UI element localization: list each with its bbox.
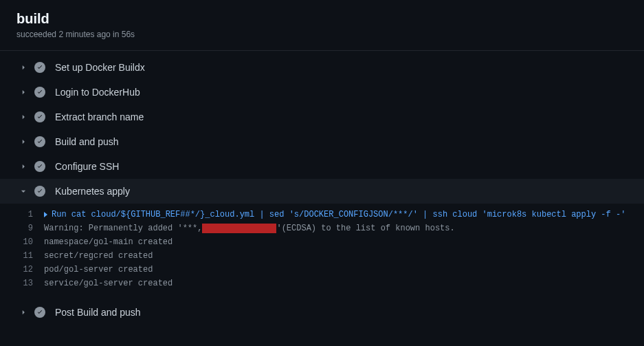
redacted-block: [202, 224, 276, 233]
chevron-right-icon: [18, 62, 29, 73]
log-line[interactable]: 1 Run cat cloud/${GITHUB_REF##*/}_cloud.…: [11, 208, 644, 221]
check-circle-icon: [34, 111, 45, 122]
log-line-content: secret/regcred created: [44, 249, 153, 263]
log-line-content: pod/gol-server created: [44, 263, 153, 277]
steps-list: Set up Docker Buildx Login to DockerHub …: [0, 51, 644, 325]
chevron-right-icon: [18, 307, 29, 318]
chevron-right-icon: [18, 87, 29, 98]
check-circle-icon: [34, 136, 45, 147]
step-kubernetes-apply[interactable]: Kubernetes apply: [0, 179, 644, 204]
step-login-to-dockerhub[interactable]: Login to DockerHub: [0, 80, 644, 105]
step-label: Configure SSH: [55, 161, 119, 172]
log-line-number: 1: [16, 208, 44, 221]
log-line[interactable]: 9 Warning: Permanently added '***,'(ECDS…: [11, 221, 644, 235]
step-label: Post Build and push: [55, 307, 141, 318]
log-line-content: Run cat cloud/${GITHUB_REF##*/}_cloud.ym…: [44, 208, 625, 221]
log-line-number: 11: [16, 249, 44, 263]
check-circle-icon: [34, 87, 45, 98]
step-build-and-push[interactable]: Build and push: [0, 129, 644, 154]
step-post-build-and-push[interactable]: Post Build and push: [0, 300, 644, 325]
log-line[interactable]: 13 service/gol-server created: [11, 277, 644, 290]
log-line-content: service/gol-server created: [44, 277, 173, 290]
log-line-number: 13: [16, 277, 44, 290]
log-line-number: 10: [16, 235, 44, 249]
check-circle-icon: [34, 161, 45, 172]
disclosure-triangle-icon: [44, 212, 47, 217]
step-label: Set up Docker Buildx: [55, 62, 145, 73]
check-circle-icon: [34, 62, 45, 73]
log-line-number: 9: [16, 221, 44, 235]
log-line-content: Warning: Permanently added '***,'(ECDSA)…: [44, 221, 455, 235]
chevron-right-icon: [18, 136, 29, 147]
log-output: 1 Run cat cloud/${GITHUB_REF##*/}_cloud.…: [11, 204, 644, 300]
job-header: build succeeded 2 minutes ago in 56s: [0, 0, 644, 51]
chevron-right-icon: [18, 161, 29, 172]
job-title: build: [16, 11, 628, 27]
step-extract-branch-name[interactable]: Extract branch name: [0, 105, 644, 129]
log-line[interactable]: 10 namespace/gol-main created: [11, 235, 644, 249]
step-label: Extract branch name: [55, 111, 144, 122]
check-circle-icon: [34, 307, 45, 318]
step-label: Kubernetes apply: [55, 186, 130, 197]
step-label: Build and push: [55, 136, 119, 147]
job-subtitle: succeeded 2 minutes ago in 56s: [16, 30, 628, 39]
step-configure-ssh[interactable]: Configure SSH: [0, 154, 644, 179]
log-line[interactable]: 11 secret/regcred created: [11, 249, 644, 263]
log-line-content: namespace/gol-main created: [44, 235, 173, 249]
log-line-number: 12: [16, 263, 44, 277]
step-set-up-docker-buildx[interactable]: Set up Docker Buildx: [0, 55, 644, 80]
chevron-down-icon: [18, 186, 29, 197]
log-line[interactable]: 12 pod/gol-server created: [11, 263, 644, 277]
check-circle-icon: [34, 186, 45, 197]
chevron-right-icon: [18, 111, 29, 122]
step-label: Login to DockerHub: [55, 87, 140, 98]
